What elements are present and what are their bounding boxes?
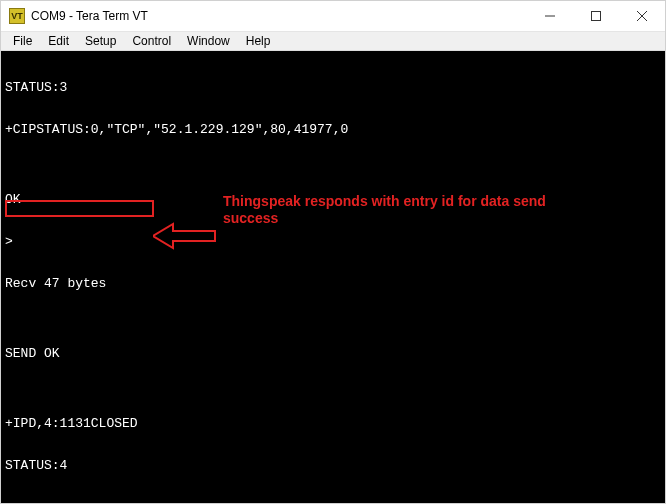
minimize-button[interactable] (527, 1, 573, 31)
window-title: COM9 - Tera Term VT (31, 9, 148, 23)
menu-setup[interactable]: Setup (77, 32, 124, 50)
menu-file[interactable]: File (5, 32, 40, 50)
menu-control[interactable]: Control (124, 32, 179, 50)
app-window: VT COM9 - Tera Term VT File Edit Setup C… (0, 0, 666, 504)
terminal-line: SEND OK (5, 347, 661, 361)
menu-window[interactable]: Window (179, 32, 238, 50)
terminal-line: Recv 47 bytes (5, 277, 661, 291)
title-bar: VT COM9 - Tera Term VT (1, 1, 665, 32)
terminal-line: STATUS:4 (5, 459, 661, 473)
close-icon (637, 11, 647, 21)
terminal-line: +IPD,4:1131CLOSED (5, 417, 661, 431)
maximize-icon (591, 11, 601, 21)
menu-help[interactable]: Help (238, 32, 279, 50)
terminal-line: +CIPSTATUS:0,"TCP","52.1.229.129",80,419… (5, 123, 661, 137)
app-icon: VT (9, 8, 25, 24)
terminal-line: OK (5, 193, 661, 207)
maximize-button[interactable] (573, 1, 619, 31)
terminal-line: > (5, 235, 661, 249)
close-button[interactable] (619, 1, 665, 31)
menu-bar: File Edit Setup Control Window Help (1, 32, 665, 51)
terminal-line: STATUS:3 (5, 81, 661, 95)
minimize-icon (545, 11, 555, 21)
svg-rect-1 (592, 12, 601, 21)
menu-edit[interactable]: Edit (40, 32, 77, 50)
terminal-output[interactable]: STATUS:3 +CIPSTATUS:0,"TCP","52.1.229.12… (1, 51, 665, 503)
